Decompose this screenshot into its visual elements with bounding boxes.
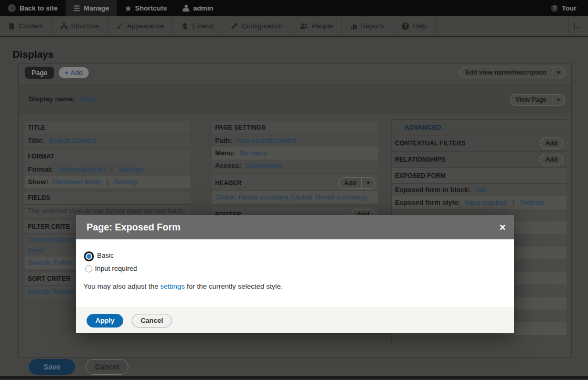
exposed-style-link[interactable]: Input required	[465, 198, 507, 206]
edit-view-name-button[interactable]: Edit view name/description	[459, 67, 565, 78]
menu-label: Menu:	[215, 149, 235, 157]
star-icon: ★	[125, 5, 132, 12]
path-link[interactable]: /solr-search/content	[237, 136, 296, 144]
partial-link-text[interactable]: o	[514, 276, 518, 284]
header-add-button[interactable]: Add	[338, 177, 375, 189]
fields-note: The selected style or row format does no…	[28, 207, 186, 215]
exposed-block-link[interactable]: Yes	[475, 186, 486, 194]
menu-label: Structure	[71, 22, 99, 30]
relationships-add-button[interactable]: Add	[540, 154, 563, 165]
menu-item-appearance[interactable]: Appearance	[108, 16, 173, 36]
menu-item-people[interactable]: People	[291, 16, 341, 36]
show-settings-link[interactable]: Settings	[114, 178, 138, 186]
modal-body: Basic Input required You may also adjust…	[76, 239, 514, 308]
modal-footer: Apply Cancel	[76, 308, 514, 333]
format-settings-link[interactable]: Settings	[119, 165, 143, 173]
header-global-row: Global: Result summary (Global: Result s…	[212, 191, 378, 204]
note-text: for the currently selected style.	[185, 282, 283, 290]
add-display-label: Add	[71, 69, 83, 77]
menu-row: Menu: No menu	[212, 147, 378, 160]
section-title: TITLE Title: Search Content	[25, 121, 190, 147]
menu-label: Configuration	[242, 22, 282, 30]
radio-selected-icon[interactable]	[85, 253, 92, 260]
menu-label: Extend	[192, 22, 213, 30]
settings-link[interactable]: settings	[161, 282, 185, 290]
filter-fulltext-link[interactable]: Search: Fulltex	[28, 259, 73, 267]
chevron-down-icon	[366, 182, 370, 184]
menu-item-structure[interactable]: Structure	[52, 16, 108, 36]
page-title: Displays	[13, 49, 54, 60]
menu-item-extend[interactable]: Extend	[173, 16, 222, 36]
title-row: Title: Search Content	[25, 134, 190, 147]
section-views-header: HEADER Add Global: Result summary (Globa…	[212, 175, 378, 204]
column-second: PAGE SETTINGS Path: /solr-search/content…	[212, 121, 378, 226]
note-text: You may also adjust the	[83, 282, 161, 290]
display-tabs-row: Page +Add Edit view name/description	[19, 64, 571, 85]
show-link[interactable]: Rendered entity	[53, 178, 101, 186]
user-icon	[183, 5, 189, 12]
admin-user-button[interactable]: admin	[175, 0, 221, 16]
bar-chart-icon	[350, 23, 357, 30]
contextual-filters-add-button[interactable]: Add	[540, 138, 563, 149]
section-header-page-settings: PAGE SETTINGS	[212, 121, 378, 134]
radio-option-input-required[interactable]: Input required	[83, 262, 507, 275]
exposed-style-settings-link[interactable]: Settings	[520, 198, 544, 206]
form-actions-bar: Save Cancel	[18, 358, 572, 376]
tour-label: Tour	[562, 4, 576, 12]
section-header-exposed-form: EXPOSED FORM	[392, 168, 566, 184]
access-label: Access:	[215, 162, 241, 170]
menu-label: Help	[413, 22, 427, 30]
collapse-left-icon: ←	[574, 23, 583, 29]
add-display-button[interactable]: +Add	[59, 67, 89, 78]
view-page-label: View Page	[510, 96, 552, 103]
add-label: Add	[540, 140, 563, 147]
save-button[interactable]: Save	[29, 359, 75, 375]
apply-button[interactable]: Apply	[87, 314, 123, 328]
global-result-summary-link[interactable]: Global: Result summary (Global: Result s…	[215, 193, 367, 201]
sort-relevance-link[interactable]: Search: Releva	[28, 288, 74, 295]
radio-unselected-icon[interactable]	[85, 265, 92, 272]
paintbrush-icon	[116, 23, 123, 30]
cancel-button[interactable]: Cancel	[85, 359, 129, 375]
menu-link[interactable]: No menu	[240, 149, 268, 157]
menu-item-content[interactable]: Content	[0, 16, 52, 36]
toolbar-orientation-toggle[interactable]: ←	[568, 16, 588, 36]
dropdown-toggle[interactable]	[362, 182, 375, 184]
file-icon	[8, 23, 15, 30]
modal-title: Page: Exposed Form	[87, 222, 499, 233]
menu-item-configuration[interactable]: Configuration	[222, 16, 291, 36]
title-link[interactable]: Search Content	[48, 136, 95, 144]
dropdown-toggle[interactable]	[552, 71, 565, 74]
view-page-button[interactable]: View Page	[510, 94, 565, 105]
manage-menu-button[interactable]: ☰ Manage	[66, 0, 117, 16]
toolbar-spacer	[221, 0, 543, 16]
shortcuts-button[interactable]: ★ Shortcuts	[117, 0, 175, 16]
access-link[interactable]: Unrestricted	[246, 162, 283, 170]
tour-button[interactable]: ? Tour	[543, 0, 588, 16]
advanced-toggle[interactable]: ADVANCED	[392, 120, 566, 135]
menu-item-help[interactable]: ? Help	[393, 16, 436, 36]
exposed-block-label: Exposed form in block:	[395, 186, 471, 194]
show-row: Show: Rendered entity | Settings	[25, 176, 190, 188]
modal-cancel-button[interactable]: Cancel	[132, 314, 172, 328]
question-circle-icon: ?	[551, 5, 558, 12]
radio-option-basic[interactable]: Basic	[83, 249, 507, 262]
radio-basic-label: Basic	[97, 251, 114, 259]
shortcuts-label: Shortcuts	[135, 4, 167, 12]
dropdown-toggle[interactable]	[552, 99, 565, 101]
close-icon[interactable]: ×	[499, 222, 506, 233]
format-link[interactable]: Unformatted list	[58, 165, 105, 173]
modal-header: Page: Exposed Form ×	[76, 215, 514, 239]
separator: |	[103, 178, 112, 186]
radio-input-required-label: Input required	[95, 265, 137, 272]
menu-item-reports[interactable]: Reports	[342, 16, 394, 36]
exposed-form-block-row: Exposed form in block: Yes	[392, 184, 566, 196]
chevron-down-icon	[557, 71, 561, 74]
exposed-form-modal: Page: Exposed Form × Basic Input require…	[76, 215, 514, 333]
tab-display-page[interactable]: Page	[25, 67, 54, 79]
section-header-title: TITLE	[25, 121, 190, 134]
display-name-link[interactable]: Page	[80, 95, 96, 103]
back-to-site-button[interactable]: ‹ Back to site	[0, 0, 66, 16]
path-label: Path:	[215, 136, 232, 144]
back-arrow-icon: ‹	[8, 4, 16, 12]
